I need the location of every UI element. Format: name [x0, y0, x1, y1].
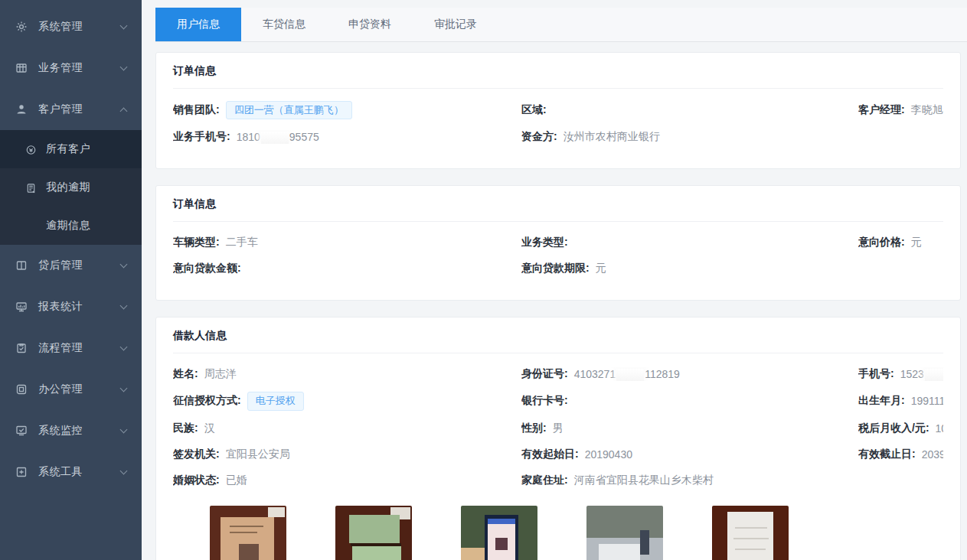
field-label: 签发机关:	[173, 448, 220, 461]
field-value: 20190430	[585, 448, 632, 461]
sidebar-item-label: 逾期信息	[46, 219, 142, 233]
field-bank-card: 银行卡号:	[521, 394, 858, 408]
customer-management-submenu: 所有客户 我的逾期 逾期信息	[0, 130, 142, 245]
sidebar-item-my-overdue[interactable]: 我的逾期	[0, 168, 142, 207]
field-value: 河南省宜阳县花果山乡木柴村	[574, 474, 714, 487]
chevron-up-icon	[120, 107, 128, 115]
chevron-down-icon	[120, 63, 128, 71]
sidebar: 系统管理 业务管理 客户管理 所有客户	[0, 0, 142, 560]
sidebar-item-all-customers[interactable]: 所有客户	[0, 130, 142, 168]
chevron-down-icon	[120, 22, 128, 30]
field-label: 业务手机号:	[173, 130, 230, 144]
field-monthly-income: 税后月收入/元: 10000	[858, 422, 943, 435]
card-title: 订单信息	[173, 197, 943, 222]
sidebar-item-label: 业务管理	[38, 61, 121, 75]
photo-item: 身份证	[210, 506, 286, 560]
field-value: 已婚	[226, 474, 247, 487]
tab-car-loan-info[interactable]: 车贷信息	[241, 8, 327, 41]
field-label: 客户经理:	[858, 103, 905, 117]
sidebar-item-postloan-management[interactable]: 贷后管理	[0, 245, 142, 286]
sidebar-item-process-management[interactable]: 流程管理	[0, 327, 142, 369]
sidebar-item-label: 贷后管理	[38, 259, 121, 272]
field-label: 家庭住址:	[521, 474, 568, 487]
gear-icon	[15, 21, 28, 33]
redaction-blur	[616, 369, 644, 381]
sidebar-item-label: 客户管理	[38, 103, 121, 116]
document-icon	[25, 182, 37, 194]
photo-item: 其他材料	[712, 506, 789, 560]
field-label: 车辆类型:	[173, 236, 220, 249]
sidebar-item-label: 系统工具	[38, 465, 121, 479]
field-mobile-phone: 手机号: 15236137	[858, 367, 943, 381]
tab-content: 订单信息 销售团队: 四团一营（直属王鹏飞） 区域: 客户经理: 李晓旭	[142, 42, 967, 560]
tab-user-info[interactable]: 用户信息	[155, 8, 241, 41]
id-card-photo-thumbnail[interactable]	[210, 506, 286, 560]
field-business-type: 业务类型:	[521, 236, 858, 249]
field-label: 银行卡号:	[521, 394, 568, 408]
field-ethnicity: 民族: 汉	[173, 422, 521, 435]
main-area: 用户信息 车贷信息 申贷资料 审批记录 订单信息 销售团队: 四团一营（直属王鹏…	[142, 0, 967, 560]
auth-qr-code-photo-thumbnail[interactable]	[461, 506, 537, 560]
field-label: 销售团队:	[173, 103, 220, 117]
sidebar-item-system-monitor[interactable]: 系统监控	[0, 410, 142, 451]
sales-team-tag[interactable]: 四团一营（直属王鹏飞）	[226, 101, 352, 119]
sidebar-item-report-statistics[interactable]: 报表统计	[0, 286, 142, 327]
field-gender: 性别: 男	[521, 422, 858, 435]
field-value: 男	[553, 422, 564, 435]
field-label: 性别:	[521, 422, 547, 435]
order-info-card-2: 订单信息 车辆类型: 二手车 业务类型: 意向价格: 元	[155, 185, 961, 301]
license-booklet-photo-thumbnail[interactable]	[335, 506, 412, 560]
field-value: 元	[911, 236, 922, 249]
chevron-down-icon	[120, 467, 128, 475]
field-label: 业务类型:	[521, 236, 568, 249]
field-intended-loan-term: 意向贷款期限: 元	[521, 262, 858, 275]
detail-tabs: 用户信息 车贷信息 申贷资料 审批记录	[155, 8, 967, 42]
monitor-check-icon	[15, 425, 28, 437]
sidebar-item-office-management[interactable]: 办公管理	[0, 369, 142, 410]
tab-loan-application-docs[interactable]: 申贷资料	[327, 8, 413, 41]
paper-document-photo-thumbnail[interactable]	[712, 506, 789, 560]
field-intended-price: 意向价格: 元	[858, 236, 943, 249]
field-birth-date: 出生年月: 19911111	[858, 394, 943, 408]
redaction-blur	[261, 132, 289, 144]
field-issuing-authority: 签发机关: 宜阳县公安局	[173, 448, 521, 461]
sidebar-item-customer-management[interactable]: 客户管理	[0, 89, 142, 130]
chevron-down-icon	[120, 426, 128, 434]
field-label: 有效截止日:	[858, 448, 916, 461]
field-vehicle-type: 车辆类型: 二手车	[173, 236, 521, 249]
field-valid-from: 有效起始日: 20190430	[521, 448, 858, 461]
person-with-car-photo-thumbnail[interactable]	[586, 506, 663, 560]
field-label: 税后月收入/元:	[858, 422, 929, 435]
field-value: 李晓旭	[911, 103, 943, 117]
sidebar-item-label: 我的逾期	[46, 181, 142, 194]
field-label: 民族:	[173, 422, 198, 435]
field-intended-loan-amount: 意向贷款金额:	[173, 262, 521, 275]
credit-auth-tag[interactable]: 电子授权	[247, 392, 304, 410]
field-row: 姓名: 周志洋 身份证号: 4103271112819 手机号: 1523613…	[173, 366, 943, 383]
field-row: 销售团队: 四团一营（直属王鹏飞） 区域: 客户经理: 李晓旭	[173, 101, 943, 119]
chevron-down-icon	[120, 385, 128, 392]
sidebar-item-business-management[interactable]: 业务管理	[0, 47, 142, 89]
photo-item: 驾驶证副页	[335, 506, 412, 560]
chart-monitor-icon	[15, 301, 28, 313]
field-value: 周志洋	[204, 367, 237, 381]
field-value-masked: 4103271112819	[574, 368, 680, 381]
app-window: 系统管理 业务管理 客户管理 所有客户	[0, 0, 967, 560]
sidebar-item-system-tools[interactable]: 系统工具	[0, 451, 142, 493]
sidebar-item-label: 所有客户	[46, 142, 142, 156]
field-label: 征信授权方式:	[173, 394, 241, 408]
field-value: 20390430	[922, 448, 943, 461]
field-value-masked: 181095575	[237, 131, 319, 144]
field-value: 宜阳县公安局	[226, 448, 290, 461]
field-value: 汝州市农村商业银行	[564, 130, 660, 144]
sidebar-item-label: 系统监控	[38, 424, 121, 438]
field-credit-auth-method: 征信授权方式: 电子授权	[173, 392, 521, 410]
field-business-phone: 业务手机号: 181095575	[173, 130, 521, 144]
grid-icon	[15, 62, 28, 74]
field-label: 姓名:	[173, 367, 198, 381]
sidebar-item-system-management[interactable]: 系统管理	[0, 6, 142, 47]
clipboard-icon	[15, 342, 28, 354]
tab-approval-records[interactable]: 审批记录	[413, 8, 498, 41]
sidebar-item-label: 报表统计	[38, 300, 121, 314]
sidebar-item-overdue-info[interactable]: 逾期信息	[0, 207, 142, 245]
